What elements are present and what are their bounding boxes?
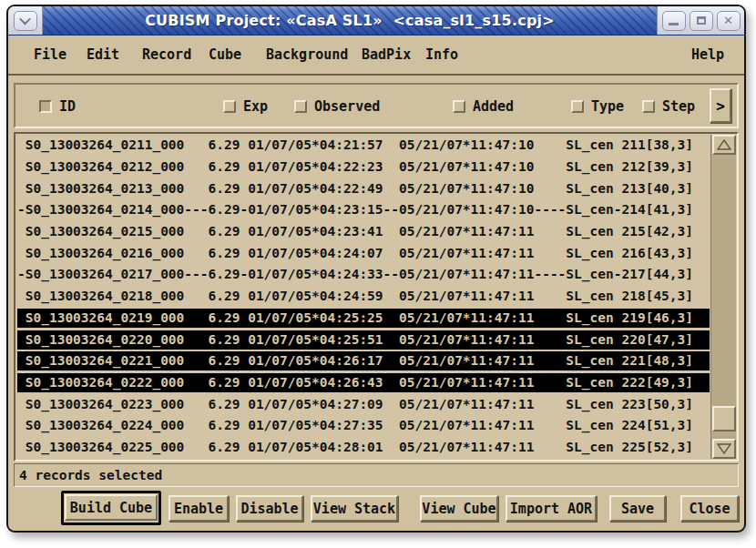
list-row-text: S0_13003264_0215_000 6.29 01/07/05*04:23… [17,222,710,241]
close-button[interactable]: ✕ [717,11,741,31]
list-row-text: S0_13003264_0221_000 6.29 01/07/05*04:26… [17,351,710,370]
list-row[interactable]: S0_13003264_0215_000 6.29 01/07/05*04:23… [17,221,710,243]
triangle-down-icon [717,443,731,454]
list-row[interactable]: S0_13003264_0211_000 6.29 01/07/05*04:21… [17,135,710,157]
window-menu-button[interactable] [14,11,37,31]
list-row[interactable]: -S0_13003264_0214_000---6.29-01/07/05*04… [17,199,710,221]
window-title: CUBISM Project: «CasA SL1» <casa_sl1_s15… [145,12,555,29]
list-row-text: S0_13003264_0222_000 6.29 01/07/05*04:26… [17,373,710,392]
minimize-button[interactable] [662,11,686,31]
list-row[interactable]: S0_13003264_0213_000 6.29 01/07/05*04:22… [17,178,710,199]
view-cube-button[interactable]: View Cube [420,495,498,522]
build-cube-button[interactable]: Build Cube [65,494,158,521]
record-list: S0_13003264_0211_000 6.29 01/07/05*04:21… [14,132,739,462]
list-row-text: S0_13003264_0213_000 6.29 01/07/05*04:22… [17,179,710,198]
list-row[interactable]: S0_13003264_0224_000 6.29 01/07/05*04:27… [17,415,710,437]
column-label-id: ID [59,98,76,115]
list-row[interactable]: S0_13003264_0221_000 6.29 01/07/05*04:26… [17,350,710,372]
checkbox-type[interactable] [571,100,584,113]
checkbox-observed[interactable] [294,100,307,113]
list-row-text: S0_13003264_0219_000 6.29 01/07/05*04:25… [17,309,710,328]
column-label-exp: Exp [243,98,268,115]
maximize-button[interactable] [690,11,713,31]
menu-cube[interactable]: Cube [209,46,241,63]
column-label-added: Added [473,98,514,115]
list-row[interactable]: S0_13003264_0225_000 6.29 01/07/05*04:28… [17,437,710,459]
checkbox-step[interactable] [642,100,655,113]
titlebar[interactable]: CUBISM Project: «CasA SL1» <casa_sl1_s15… [8,6,744,36]
list-row-text: S0_13003264_0212_000 6.29 01/07/05*04:22… [17,157,710,177]
menu-help[interactable]: Help [691,46,724,63]
view-stack-button[interactable]: View Stack [311,495,398,522]
vertical-scrollbar[interactable] [710,135,736,459]
maximize-icon [697,16,706,25]
list-row-text: S0_13003264_0224_000 6.29 01/07/05*04:27… [17,416,710,435]
menu-record[interactable]: Record [142,46,191,63]
action-button-row: Build Cube Enable Disable View Stack Vie… [8,491,744,527]
checkbox-exp[interactable] [223,100,236,113]
list-row-text: S0_13003264_0220_000 6.29 01/07/05*04:25… [17,330,710,350]
chevron-down-icon [19,14,31,25]
list-row-text: S0_13003264_0211_000 6.29 01/07/05*04:21… [17,136,710,155]
scrollbar-thumb[interactable] [712,406,736,431]
list-row[interactable]: S0_13003264_0220_000 6.29 01/07/05*04:25… [17,329,710,350]
list-row-text: S0_13003264_0216_000 6.29 01/07/05*04:24… [17,244,710,263]
default-button-ring: Build Cube [61,491,161,525]
column-label-type: Type [591,98,624,115]
list-row-text: S0_13003264_0218_000 6.29 01/07/05*04:24… [17,287,710,306]
list-row[interactable]: S0_13003264_0219_000 6.29 01/07/05*04:25… [17,308,710,330]
import-aor-button[interactable]: Import AOR [506,495,597,522]
menu-background[interactable]: Background [266,46,348,63]
menu-file[interactable]: File [34,46,66,63]
enable-button[interactable]: Enable [169,495,229,522]
list-row[interactable]: S0_13003264_0223_000 6.29 01/07/05*04:27… [17,393,710,415]
menu-badpix[interactable]: BadPix [362,46,411,63]
list-row[interactable]: S0_13003264_0212_000 6.29 01/07/05*04:22… [17,157,710,178]
list-row-text: S0_13003264_0225_000 6.29 01/07/05*04:28… [17,438,710,457]
checkbox-added[interactable] [453,100,465,113]
list-row[interactable]: S0_13003264_0216_000 6.29 01/07/05*04:24… [17,242,710,264]
list-row[interactable]: S0_13003264_0218_000 6.29 01/07/05*04:24… [17,286,710,308]
more-columns-button[interactable]: > [710,88,731,123]
status-bar: 4 records selected [14,463,739,487]
titlebar-left [8,6,43,35]
menu-edit[interactable]: Edit [87,46,119,63]
titlebar-right: ✕ [657,6,744,35]
list-row[interactable]: -S0_13003264_0217_000---6.29-01/07/05*04… [17,264,710,286]
scroll-down-button[interactable] [712,439,736,459]
checkbox-id[interactable] [39,100,52,113]
menu-info[interactable]: Info [425,46,458,63]
save-button[interactable]: Save [609,495,666,522]
status-text: 4 records selected [15,468,162,482]
list-row-text: -S0_13003264_0214_000---6.29-01/07/05*04… [17,200,710,219]
titlebar-stripes: CUBISM Project: «CasA SL1» <casa_sl1_s15… [43,6,657,35]
close-icon: ✕ [723,15,733,26]
list-row-text: -S0_13003264_0217_000---6.29-01/07/05*04… [17,265,710,284]
column-header-panel: ID Exp Observed Added Type Step > [14,83,739,128]
cubism-project-window: CUBISM Project: «CasA SL1» <casa_sl1_s15… [6,5,746,533]
list-row[interactable]: S0_13003264_0222_000 6.29 01/07/05*04:26… [17,372,710,394]
column-label-observed: Observed [314,98,380,115]
scroll-up-button[interactable] [712,135,736,155]
list-row-text: S0_13003264_0223_000 6.29 01/07/05*04:27… [17,395,710,414]
close-action-button[interactable]: Close [680,495,739,522]
menubar: File Edit Record Cube Background BadPix … [8,36,744,76]
disable-button[interactable]: Disable [236,495,303,522]
record-rows: S0_13003264_0211_000 6.29 01/07/05*04:21… [17,135,710,459]
minimize-icon [669,23,679,25]
triangle-up-icon [717,139,731,150]
column-label-step: Step [662,98,695,115]
